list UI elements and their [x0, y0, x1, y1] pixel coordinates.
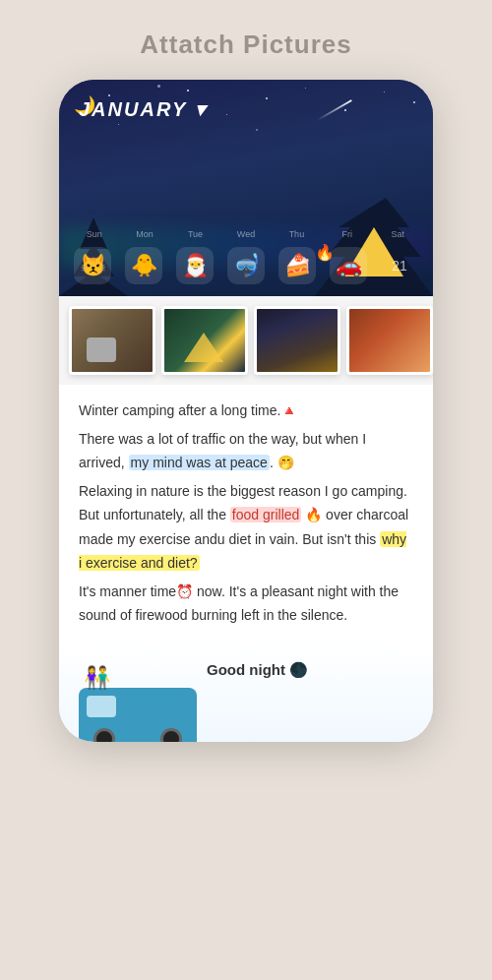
day-icon-3[interactable]: 🤿 — [227, 247, 265, 284]
para3-highlight: food grilled — [230, 507, 302, 522]
day-icon-5[interactable]: 🚗 — [330, 247, 367, 284]
photo-2[interactable] — [161, 306, 248, 375]
day-icon-0[interactable]: 😾 — [74, 247, 111, 284]
day-fri: Fri — [328, 229, 367, 239]
month-label: JANUARY ▾ — [79, 97, 207, 121]
van-wheel-right — [160, 728, 182, 742]
month-arrow: ▾ — [195, 98, 207, 120]
people-silhouette: 👫 — [84, 665, 110, 691]
para1-text: Winter camping after a long time.🔺 — [79, 402, 297, 418]
photos-strip[interactable] — [59, 296, 433, 385]
day-sat: Sat — [378, 229, 417, 239]
month-text: JANUARY — [79, 98, 187, 120]
photo-4[interactable] — [346, 306, 433, 375]
photo-1[interactable] — [69, 306, 155, 375]
day-icon-1[interactable]: 🐥 — [125, 247, 162, 284]
day-icons-row: 😾 🐥 🎅 🤿 🍰 🚗 21 — [59, 247, 433, 284]
para4-text: It's manner time⏰ now. It's a pleasant n… — [79, 583, 399, 624]
day-labels-row: Sun Mon Tue Wed Thu Fri Sat — [59, 229, 433, 239]
journal-para-1: Winter camping after a long time.🔺 — [79, 398, 413, 423]
journal-para-4: It's manner time⏰ now. It's a pleasant n… — [79, 580, 413, 628]
phone-mockup: 🔥 🌙 JANUARY ▾ Sun Mon Tue Wed Thu Fri S — [59, 80, 433, 742]
day-thu: Thu — [277, 229, 316, 239]
day-icon-4[interactable]: 🍰 — [278, 247, 316, 284]
day-mon: Mon — [125, 229, 164, 239]
day-wed: Wed — [226, 229, 266, 239]
journal-para-3: Relaxing in nature is the biggest reason… — [79, 479, 413, 576]
day-icon-6[interactable]: 21 — [381, 247, 418, 284]
para2-highlight: my mind was at peace — [129, 455, 270, 470]
day-icon-2[interactable]: 🎅 — [176, 247, 214, 284]
calendar-header: 🔥 🌙 JANUARY ▾ Sun Mon Tue Wed Thu Fri S — [59, 80, 433, 296]
day-tue: Tue — [176, 229, 215, 239]
page-title: Attatch Pictures — [140, 30, 351, 60]
para2-after: . 🤭 — [270, 455, 294, 470]
bottom-illustration: 👫 Good night 🌑 — [59, 643, 433, 742]
journal-content: Winter camping after a long time.🔺 There… — [59, 385, 433, 643]
good-night-label: Good night 🌑 — [207, 661, 308, 679]
day-sun: Sun — [75, 229, 114, 239]
photo-3[interactable] — [254, 306, 340, 375]
van-body — [79, 688, 197, 742]
journal-para-2: There was a lot of traffic on the way, b… — [79, 427, 413, 475]
van-window — [87, 696, 116, 717]
van-wheel-left — [93, 728, 115, 742]
